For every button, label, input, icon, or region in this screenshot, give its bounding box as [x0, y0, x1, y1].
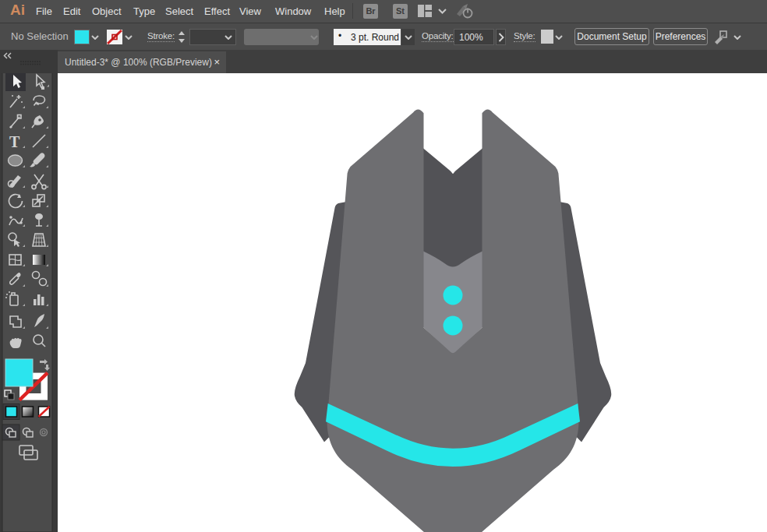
svg-text:T: T [9, 133, 20, 150]
